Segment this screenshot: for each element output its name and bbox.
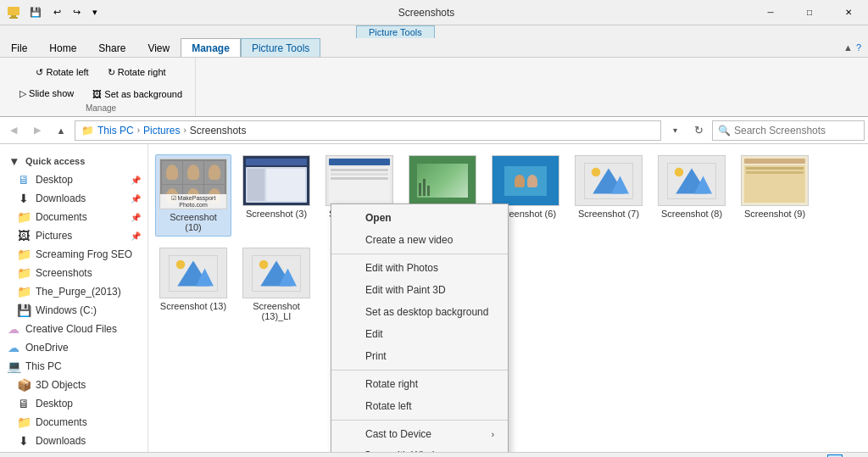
- sidebar-item-music[interactable]: 🎵 Music: [0, 450, 147, 452]
- file-item-screenshot-8[interactable]: Screenshot (8): [654, 151, 730, 237]
- windows-c-icon: 💾: [17, 304, 31, 317]
- file-thumb-4: [326, 155, 393, 206]
- tab-file[interactable]: File: [0, 38, 38, 57]
- ctx-edit-paint3d[interactable]: Edit with Paint 3D: [331, 279, 508, 301]
- sidebar-item-windows-c-qa[interactable]: 💾 Windows (C:): [0, 301, 147, 320]
- sidebar-label-screenshots: Screenshots: [36, 267, 92, 279]
- ctx-open[interactable]: Open: [331, 207, 508, 229]
- file-name-9: Screenshot (9): [744, 209, 805, 219]
- tab-picture-tools[interactable]: Picture Tools: [241, 38, 320, 57]
- file-item-screenshot-9[interactable]: Screenshot (9): [737, 151, 813, 237]
- sidebar-item-downloads-qa[interactable]: ⬇ Downloads 📌: [0, 189, 147, 208]
- pictures-icon: 🖼: [17, 229, 31, 242]
- help-btn[interactable]: ?: [856, 42, 861, 53]
- breadcrumb-thispc[interactable]: This PC: [97, 125, 134, 137]
- maximize-btn[interactable]: □: [790, 0, 829, 25]
- sidebar-item-downloads-pc[interactable]: ⬇ Downloads: [0, 432, 147, 450]
- sidebar-item-documents-pc[interactable]: 📁 Documents: [0, 413, 147, 432]
- rotate-left-ribbon-btn[interactable]: ↺ Rotate left: [28, 64, 96, 81]
- ctx-edit[interactable]: Edit: [331, 323, 508, 345]
- slide-show-btn[interactable]: ▷ Slide show: [12, 86, 81, 102]
- ctx-create-video[interactable]: Create a new video: [331, 229, 508, 251]
- ribbon-group-label-manage: Manage: [86, 103, 116, 113]
- mountain-svg-8: [666, 162, 717, 200]
- back-btn[interactable]: ◀: [3, 120, 24, 141]
- sidebar-item-purge[interactable]: 📁 The_Purge_(2013): [0, 282, 147, 301]
- file-item-screenshot-7[interactable]: Screenshot (7): [570, 151, 647, 237]
- status-right: ⊞ ☰: [827, 454, 861, 458]
- refresh-btn[interactable]: ↻: [688, 120, 709, 141]
- set-as-background-btn[interactable]: 🖼 Set as background: [85, 86, 190, 102]
- tab-view[interactable]: View: [136, 38, 181, 57]
- tab-manage[interactable]: Manage: [181, 38, 241, 57]
- sidebar-item-3d-objects[interactable]: 📦 3D Objects: [0, 376, 147, 394]
- breadcrumb[interactable]: 📁 This PC › Pictures › Screenshots: [75, 120, 661, 141]
- file-thumb-5: [409, 155, 476, 206]
- ctx-rotate-right-icon: [345, 377, 359, 391]
- up-btn[interactable]: ▲: [51, 120, 71, 141]
- title-bar: 💾 ↩ ↪ ▾ Screenshots ─ □ ✕: [0, 0, 868, 25]
- sidebar-item-documents-qa[interactable]: 📁 Documents 📌: [0, 208, 147, 226]
- pin-icon-3: 📌: [131, 213, 141, 222]
- quick-access-icon: ▾: [7, 154, 20, 168]
- tab-share[interactable]: Share: [87, 38, 136, 57]
- mountain-svg-13: [168, 254, 219, 293]
- main-layout: ▾ Quick access 🖥 Desktop 📌 ⬇ Downloads 📌…: [0, 144, 868, 452]
- close-btn[interactable]: ✕: [829, 0, 868, 25]
- sidebar-label-3d-objects: 3D Objects: [36, 379, 86, 391]
- ribbon-tabs: File Home Share View Manage Picture Tool…: [0, 38, 868, 57]
- sidebar-item-desktop-pc[interactable]: 🖥 Desktop: [0, 394, 147, 413]
- picture-tools-group-label[interactable]: Picture Tools: [356, 25, 435, 38]
- breadcrumb-dropdown-btn[interactable]: ▾: [665, 120, 685, 141]
- file-item-screenshot-13-li[interactable]: Screenshot (13)_LI: [238, 243, 314, 326]
- forward-btn[interactable]: ▶: [27, 120, 47, 141]
- large-icons-view-btn[interactable]: ⊞: [827, 454, 843, 458]
- sidebar-item-onedrive[interactable]: ☁ OneDrive: [0, 338, 147, 357]
- sidebar-section-quick-access[interactable]: ▾ Quick access: [0, 148, 147, 170]
- redo-btn[interactable]: ↪: [69, 4, 85, 20]
- ctx-rotate-right[interactable]: Rotate right: [331, 373, 508, 395]
- ctx-scan-windows-defender[interactable]: W Scan with Windows Defender...: [331, 445, 508, 452]
- file-thumb-10: ☑ MakePassportPhoto.com: [159, 159, 227, 209]
- sidebar-label-this-pc: This PC: [25, 360, 62, 372]
- file-item-screenshot-13[interactable]: Screenshot (13): [155, 243, 231, 326]
- rotate-right-ribbon-btn[interactable]: ↻ Rotate right: [100, 64, 174, 81]
- sidebar-label-purge: The_Purge_(2013): [36, 286, 121, 298]
- ctx-set-desktop-bg[interactable]: Set as desktop background: [331, 301, 508, 323]
- search-input[interactable]: [734, 125, 853, 137]
- undo-btn[interactable]: ↩: [49, 4, 65, 20]
- quick-access-btn[interactable]: 💾: [25, 4, 46, 20]
- sidebar-item-screenshots[interactable]: 📁 Screenshots: [0, 264, 147, 282]
- breadcrumb-pictures[interactable]: Pictures: [143, 125, 180, 137]
- ribbon-collapse-btn[interactable]: ▲: [843, 42, 853, 53]
- documents-pc-icon: 📁: [17, 415, 31, 429]
- file-thumb-6: [492, 155, 559, 206]
- ctx-print[interactable]: Print: [331, 345, 508, 367]
- customize-qat-btn[interactable]: ▾: [88, 4, 102, 20]
- search-box: 🔍: [712, 120, 865, 141]
- file-thumb-13: [159, 248, 227, 298]
- file-item-screenshot-10[interactable]: ☑ MakePassportPhoto.com Screenshot(10): [155, 154, 231, 237]
- sidebar-item-desktop-qa[interactable]: 🖥 Desktop 📌: [0, 170, 147, 189]
- sidebar-item-this-pc[interactable]: 💻 This PC: [0, 357, 147, 376]
- sidebar-item-screaming-frog[interactable]: 📁 Screaming Frog SEO: [0, 245, 147, 264]
- file-name-8: Screenshot (8): [661, 209, 722, 219]
- sidebar-item-creative-cloud[interactable]: ☁ Creative Cloud Files: [0, 320, 147, 338]
- svg-point-17: [176, 259, 186, 269]
- ctx-sep-1: [331, 254, 508, 254]
- mountain-svg-13-li: [251, 254, 302, 293]
- ctx-rotate-left[interactable]: Rotate left: [331, 395, 508, 417]
- details-view-btn[interactable]: ☰: [846, 454, 861, 458]
- ctx-cast-to-device[interactable]: Cast to Device ›: [331, 423, 508, 445]
- makepassport-label: ☑ MakePassportPhoto.com: [160, 194, 226, 209]
- window-title: Screenshots: [102, 7, 751, 19]
- sidebar-label-desktop-pc: Desktop: [36, 398, 73, 410]
- sidebar-label-screaming-frog: Screaming Frog SEO: [36, 248, 132, 260]
- breadcrumb-screenshots: Screenshots: [190, 125, 247, 137]
- sidebar-item-pictures-qa[interactable]: 🖼 Pictures 📌: [0, 226, 147, 245]
- minimize-btn[interactable]: ─: [751, 0, 790, 25]
- screenshots-folder-icon: 📁: [17, 266, 31, 280]
- ctx-edit-photos[interactable]: Edit with Photos: [331, 257, 508, 279]
- file-item-screenshot-3[interactable]: Screenshot (3): [238, 151, 314, 237]
- tab-home[interactable]: Home: [38, 38, 87, 57]
